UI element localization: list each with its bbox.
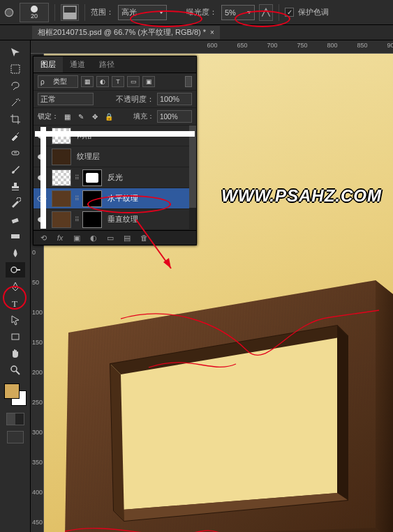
- fill-input[interactable]: 100%: [157, 110, 192, 123]
- shape-tool[interactable]: [6, 329, 25, 344]
- type-tool[interactable]: T: [6, 296, 25, 311]
- crop-tool[interactable]: [6, 112, 25, 127]
- opacity-input[interactable]: 100%: [157, 93, 192, 105]
- layer-name[interactable]: 垂直纹理: [105, 214, 138, 225]
- opacity-value: 100%: [160, 95, 179, 103]
- tab-paths[interactable]: 路径: [92, 56, 121, 73]
- ruler-tick: 150: [32, 339, 43, 346]
- link-icon[interactable]: ⠿: [74, 169, 80, 186]
- layer-item[interactable]: ⠿水平纹理: [34, 188, 196, 209]
- ruler-tick: 100: [32, 309, 43, 316]
- lock-pixels-icon[interactable]: ✎: [75, 112, 87, 121]
- tab-channels[interactable]: 通道: [63, 56, 92, 73]
- zoom-tool[interactable]: [6, 363, 25, 378]
- eraser-tool[interactable]: [6, 212, 25, 227]
- layer-thumbnail[interactable]: [52, 211, 71, 228]
- layer-mask-thumbnail[interactable]: [82, 169, 102, 186]
- fill-value: 100%: [160, 113, 178, 121]
- layer-mask-thumbnail[interactable]: [82, 190, 102, 207]
- heal-tool[interactable]: [6, 145, 25, 160]
- lock-trans-icon[interactable]: ▦: [61, 112, 73, 121]
- layer-item[interactable]: 纹理层: [34, 146, 196, 167]
- layer-thumbnail[interactable]: [52, 190, 71, 207]
- screenmode-button[interactable]: [7, 431, 24, 443]
- document-tabbar: 相框20140715.psd @ 66.7% (水平纹理, RGB/8) * ×: [0, 25, 393, 40]
- brush-tool[interactable]: [6, 162, 25, 177]
- path-select-tool[interactable]: [6, 312, 25, 328]
- document-title: 相框20140715.psd @ 66.7% (水平纹理, RGB/8) *: [38, 27, 206, 38]
- filter-pixel-icon[interactable]: ▦: [81, 76, 94, 87]
- filter-type-icon[interactable]: T: [112, 76, 124, 87]
- layer-name[interactable]: 反光: [105, 172, 123, 183]
- stamp-tool[interactable]: [6, 178, 25, 194]
- layer-thumbnail[interactable]: [52, 169, 71, 186]
- svg-point-22: [11, 267, 17, 273]
- link-icon[interactable]: ⠿: [74, 190, 80, 207]
- pressure-button[interactable]: [259, 4, 273, 21]
- exposure-select[interactable]: 5%: [221, 5, 255, 20]
- layer-thumbnail[interactable]: [52, 149, 71, 165]
- filter-switch[interactable]: [185, 76, 192, 87]
- exposure-label: 曝光度：: [186, 7, 217, 17]
- blur-tool[interactable]: [6, 245, 25, 261]
- ruler-tick: 300: [32, 429, 43, 436]
- filter-shape-icon[interactable]: ▭: [127, 76, 140, 87]
- layer-name[interactable]: 纹理层: [74, 151, 100, 162]
- layer-item[interactable]: ⠿反光: [34, 167, 196, 188]
- document-tab[interactable]: 相框20140715.psd @ 66.7% (水平纹理, RGB/8) * ×: [32, 26, 220, 39]
- layer-mask-thumbnail[interactable]: [82, 211, 102, 228]
- foreground-swatch[interactable]: [4, 383, 20, 399]
- svg-point-0: [5, 8, 13, 16]
- wand-tool[interactable]: [6, 95, 25, 110]
- group-icon[interactable]: ▭: [105, 233, 116, 243]
- new-layer-icon[interactable]: ▤: [121, 233, 133, 243]
- blend-mode-value: 正常: [40, 94, 56, 105]
- layer-name[interactable]: 水平纹理: [105, 193, 138, 204]
- svg-marker-8: [376, 280, 393, 532]
- close-icon[interactable]: ×: [210, 29, 214, 36]
- range-select[interactable]: 高光: [118, 5, 167, 20]
- link-layers-icon[interactable]: ⟲: [38, 233, 49, 243]
- marquee-tool[interactable]: [6, 61, 25, 77]
- svg-rect-19: [11, 218, 18, 224]
- hand-tool[interactable]: [6, 346, 25, 361]
- filter-kind-select[interactable]: ρ类型: [38, 75, 78, 88]
- color-swatches[interactable]: [4, 383, 27, 406]
- blend-mode-select[interactable]: 正常: [38, 93, 94, 105]
- ruler-tick: 650: [232, 42, 253, 49]
- brush-size-picker[interactable]: 20: [20, 3, 49, 22]
- quickmask-toggle[interactable]: [6, 413, 24, 425]
- lock-pos-icon[interactable]: ✥: [89, 112, 101, 121]
- tab-layers[interactable]: 图层: [34, 56, 63, 73]
- tool-preset-icon[interactable]: [3, 6, 15, 19]
- scroll-thumb[interactable]: [189, 126, 196, 208]
- svg-line-28: [16, 371, 20, 374]
- filter-smart-icon[interactable]: ▣: [142, 76, 155, 87]
- toggle-panel-button[interactable]: [61, 4, 79, 21]
- adjustment-icon[interactable]: ◐: [88, 233, 99, 243]
- history-brush-tool[interactable]: [6, 195, 25, 211]
- ruler-horizontal[interactable]: 600650700750800850900950: [31, 40, 393, 54]
- layer-item[interactable]: ⠿垂直纹理: [34, 209, 196, 230]
- fx-icon[interactable]: fx: [54, 233, 66, 243]
- dodge-tool[interactable]: [6, 262, 25, 278]
- lock-all-icon[interactable]: 🔒: [103, 112, 114, 121]
- protect-tones-checkbox[interactable]: [285, 8, 294, 17]
- brush-size-value: 20: [31, 13, 38, 20]
- exposure-value: 5%: [225, 8, 236, 17]
- eyedropper-tool[interactable]: [6, 128, 25, 144]
- link-icon[interactable]: ⠿: [74, 211, 80, 228]
- ruler-tick: 0: [32, 249, 43, 256]
- ruler-tick: 250: [32, 399, 43, 406]
- lasso-tool[interactable]: [6, 78, 25, 93]
- trash-icon[interactable]: 🗑: [138, 233, 149, 243]
- pen-tool[interactable]: [6, 279, 25, 294]
- separator: [279, 4, 279, 21]
- filter-adjust-icon[interactable]: ◐: [96, 76, 109, 87]
- gradient-tool[interactable]: [6, 229, 25, 244]
- layer-filter-row: ρ类型 ▦ ◐ T ▭ ▣: [34, 73, 196, 91]
- scrollbar[interactable]: [189, 126, 196, 230]
- mask-icon[interactable]: ▣: [71, 233, 82, 243]
- move-tool[interactable]: [6, 45, 25, 60]
- ruler-tick: 850: [352, 42, 373, 49]
